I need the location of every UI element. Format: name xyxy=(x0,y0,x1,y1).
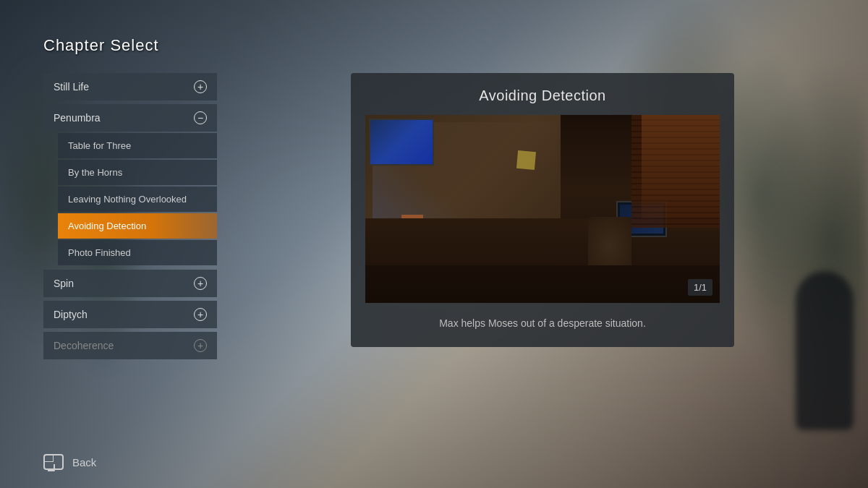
detail-panel: Avoiding Detection xyxy=(260,73,825,466)
sidebar-item-label: Avoiding Detection xyxy=(68,221,146,231)
main-content: Chapter Select Still Life + Penumbra − xyxy=(0,0,868,488)
sidebar-item-table-for-three[interactable]: Table for Three xyxy=(58,133,217,158)
detail-card: Avoiding Detection xyxy=(351,73,734,347)
detail-title: Avoiding Detection xyxy=(351,73,734,115)
group-header-decoherence[interactable]: Decoherence + xyxy=(43,332,217,359)
scene-floor xyxy=(365,265,720,303)
group-header-diptych[interactable]: Diptych + xyxy=(43,301,217,328)
note-yellow xyxy=(516,150,535,170)
group-icon-spin: + xyxy=(194,277,207,290)
group-diptych: Diptych + xyxy=(43,301,217,330)
sidebar-item-label: Table for Three xyxy=(68,140,131,151)
group-label-diptych: Diptych xyxy=(54,309,88,320)
group-spin: Spin + xyxy=(43,270,217,299)
page-title: Chapter Select xyxy=(43,36,825,55)
sidebar-item-photo-finished[interactable]: Photo Finished xyxy=(58,240,217,265)
group-icon-penumbra: − xyxy=(194,111,207,124)
scene-tv xyxy=(369,119,434,166)
back-label: Back xyxy=(72,456,96,468)
group-label-penumbra: Penumbra xyxy=(54,112,101,124)
sidebar-item-label: Photo Finished xyxy=(68,247,131,258)
group-icon-diptych: + xyxy=(194,308,207,321)
sidebar: Still Life + Penumbra − Table for Three … xyxy=(43,73,217,466)
group-icon-decoherence: + xyxy=(194,339,207,352)
group-decoherence: Decoherence + xyxy=(43,332,217,361)
sidebar-item-label: Leaving Nothing Overlooked xyxy=(68,194,187,205)
group-header-penumbra[interactable]: Penumbra − xyxy=(43,104,217,132)
sidebar-item-leaving-nothing-overlooked[interactable]: Leaving Nothing Overlooked xyxy=(58,187,217,212)
group-icon-still-life: + xyxy=(194,80,207,93)
scene-window-glow xyxy=(642,115,720,218)
group-label-decoherence: Decoherence xyxy=(54,340,114,351)
scene-canvas xyxy=(365,115,720,303)
back-mouse-icon xyxy=(43,454,64,470)
penumbra-subitems: Table for Three By the Horns Leaving Not… xyxy=(58,133,217,265)
detail-description: Max helps Moses out of a desperate situa… xyxy=(351,303,734,347)
group-header-spin[interactable]: Spin + xyxy=(43,270,217,297)
mouse-btn xyxy=(45,455,54,462)
group-still-life: Still Life + xyxy=(43,73,217,102)
sidebar-item-label: By the Horns xyxy=(68,167,122,178)
sidebar-item-avoiding-detection[interactable]: Avoiding Detection xyxy=(58,213,217,239)
group-header-still-life[interactable]: Still Life + xyxy=(43,73,217,100)
group-label-still-life: Still Life xyxy=(54,81,89,93)
image-counter: 1/1 xyxy=(688,279,712,296)
bottom-bar: Back xyxy=(43,454,96,470)
scene-image: 1/1 xyxy=(365,115,720,303)
group-label-spin: Spin xyxy=(54,278,74,289)
group-penumbra: Penumbra − Table for Three By the Horns … xyxy=(43,104,217,267)
sidebar-item-by-the-horns[interactable]: By the Horns xyxy=(58,160,217,185)
content-area: Still Life + Penumbra − Table for Three … xyxy=(43,73,825,466)
